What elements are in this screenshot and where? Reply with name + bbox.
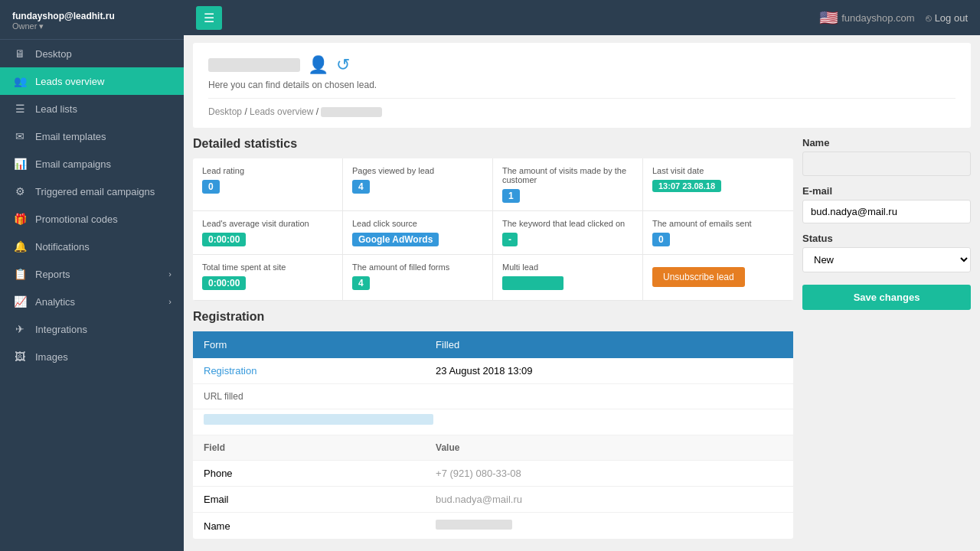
sidebar-item-email-templates[interactable]: ✉ Email templates: [0, 122, 184, 150]
integrations-icon: ✈: [12, 323, 28, 335]
value-cell: [425, 513, 793, 540]
analytics-icon: 📈: [12, 295, 28, 308]
stats-card: Lead rating0Pages viewed by lead4The amo…: [193, 158, 793, 301]
stat-value: 4: [352, 276, 370, 290]
stat-label: Lead rating: [202, 166, 333, 175]
stat-value: 13:07 23.08.18: [652, 180, 721, 192]
stat-label: Pages viewed by lead: [352, 166, 483, 175]
stat-cell: Pages viewed by lead4: [343, 158, 493, 211]
sidebar-label: Integrations: [35, 324, 87, 335]
stat-cell: The amount of filled forms4: [343, 255, 493, 301]
url-label: URL filled: [193, 384, 425, 409]
sidebar-item-leads-overview[interactable]: 👥 Leads overview: [0, 67, 184, 95]
field-cell: Phone: [193, 461, 425, 487]
sidebar-item-images[interactable]: 🖼 Images: [0, 343, 184, 370]
stat-label: Last visit date: [652, 166, 784, 175]
stat-label: Lead's average visit duration: [202, 219, 333, 228]
field-header: Field: [193, 435, 425, 461]
sidebar-item-email-campaigns[interactable]: 📊 Email campaigns: [0, 150, 184, 178]
status-select[interactable]: NewActiveClosed: [802, 247, 971, 272]
reg-filled-date: 23 August 2018 13:09: [425, 358, 793, 384]
value-cell: bud.nadya@mail.ru: [425, 487, 793, 513]
main-content: ☰ 🇺🇸 fundayshop.com ⎋ Log out 👤 ↺ Here y…: [184, 0, 980, 551]
reg-table: Form Filled Registration 23 August 2018 …: [193, 331, 793, 539]
field-value-header-row: Field Value: [193, 435, 793, 461]
stat-cell: Lead rating0: [193, 158, 343, 211]
unsubscribe-button[interactable]: Unsubscribe lead: [652, 267, 745, 287]
promotional-codes-icon: 🎁: [12, 213, 28, 225]
reg-form-link[interactable]: Registration: [204, 365, 256, 377]
sidebar-label: Notifications: [35, 241, 90, 253]
stat-cell: Multi lead: [493, 255, 643, 301]
table-row: Phone+7 (921) 080-33-08: [193, 461, 793, 487]
sidebar-item-notifications[interactable]: 🔔 Notifications: [0, 233, 184, 260]
stat-cell: Lead's average visit duration0:00:00: [193, 211, 343, 255]
url-row: URL filled: [193, 384, 793, 409]
topbar: ☰ 🇺🇸 fundayshop.com ⎋ Log out: [184, 0, 980, 35]
right-panel: Name E-mail Status NewActiveClosed Save …: [802, 137, 971, 548]
stat-cell: The amount of emails sent0: [643, 211, 793, 255]
sidebar-label: Analytics: [35, 296, 75, 308]
name-group: Name: [802, 137, 971, 176]
save-button[interactable]: Save changes: [802, 285, 971, 310]
value-header: Value: [425, 435, 793, 461]
stat-cell: Lead click sourceGoogle AdWords: [343, 211, 493, 255]
email-input[interactable]: [802, 200, 971, 223]
breadcrumb-home[interactable]: Desktop: [208, 106, 242, 117]
reg-row: Registration 23 August 2018 13:09: [193, 358, 793, 384]
sidebar-label: Email templates: [35, 131, 106, 142]
breadcrumb-section[interactable]: Leads overview: [250, 106, 313, 117]
sidebar-label: Triggered email campaigns: [35, 186, 155, 197]
stat-cell: The keyword that lead clicked on-: [493, 211, 643, 255]
images-icon: 🖼: [12, 350, 28, 363]
reg-section: Form Filled Registration 23 August 2018 …: [193, 331, 793, 539]
triggered-email-icon: ⚙: [12, 185, 28, 197]
domain-selector[interactable]: fundayshop.com: [841, 12, 914, 24]
sidebar-item-lead-lists[interactable]: ☰ Lead lists: [0, 95, 184, 122]
reset-icon[interactable]: ↺: [336, 55, 350, 75]
name-blurred: [802, 152, 971, 176]
email-templates-icon: ✉: [12, 130, 28, 142]
user-role[interactable]: Owner ▾: [12, 21, 172, 31]
stats-grid-mid: Lead's average visit duration0:00:00Lead…: [193, 211, 793, 255]
lead-title-row: 👤 ↺: [208, 55, 956, 75]
sidebar-label: Lead lists: [35, 103, 77, 115]
sidebar-user: fundayshop@leadhit.ru Owner ▾: [0, 0, 184, 40]
stat-label: The amount of emails sent: [652, 219, 784, 228]
reg-table-header: Form Filled: [193, 331, 793, 358]
breadcrumb-lead-name: [321, 107, 382, 117]
stat-label: The amount of visits made by the custome…: [502, 166, 633, 184]
field-cell: Email: [193, 487, 425, 513]
sidebar-item-integrations[interactable]: ✈ Integrations: [0, 315, 184, 343]
sidebar-item-triggered-email[interactable]: ⚙ Triggered email campaigns: [0, 178, 184, 205]
sidebar: fundayshop@leadhit.ru Owner ▾ 🖥 Desktop …: [0, 0, 184, 551]
breadcrumb: Desktop / Leads overview /: [208, 98, 956, 117]
header-card: 👤 ↺ Here you can find details on chosen …: [193, 43, 971, 128]
col-form: Form: [193, 331, 425, 358]
sidebar-label: Desktop: [35, 48, 72, 60]
flag-icon[interactable]: 🇺🇸: [819, 8, 838, 27]
stats-grid-bot: Total time spent at site0:00:00The amoun…: [193, 255, 793, 301]
sidebar-item-desktop[interactable]: 🖥 Desktop: [0, 40, 184, 67]
stat-value: 0: [202, 180, 220, 194]
sidebar-label: Promotional codes: [35, 214, 118, 225]
value-blurred: [436, 520, 512, 530]
sidebar-label: Leads overview: [35, 76, 104, 87]
logout-button[interactable]: Log out: [935, 12, 968, 24]
field-cell: Name: [193, 513, 425, 540]
stat-cell: Unsubscribe lead: [643, 255, 793, 301]
reports-icon: 📋: [12, 268, 28, 280]
sidebar-label: Reports: [35, 269, 70, 280]
content-area: Detailed statistics Lead rating0Pages vi…: [184, 128, 980, 548]
multi-lead-bar: [502, 276, 564, 290]
sidebar-item-analytics[interactable]: 📈 Analytics ›: [0, 288, 184, 315]
sidebar-item-reports[interactable]: 📋 Reports ›: [0, 260, 184, 288]
value-cell: +7 (921) 080-33-08: [425, 461, 793, 487]
sidebar-label: Email campaigns: [35, 158, 111, 170]
stat-value: 0:00:00: [202, 276, 246, 290]
expand-arrow: ›: [168, 269, 172, 279]
page-area: 👤 ↺ Here you can find details on chosen …: [184, 35, 980, 551]
stat-label: The keyword that lead clicked on: [502, 219, 633, 228]
menu-button[interactable]: ☰: [196, 6, 222, 30]
sidebar-item-promotional-codes[interactable]: 🎁 Promotional codes: [0, 205, 184, 233]
